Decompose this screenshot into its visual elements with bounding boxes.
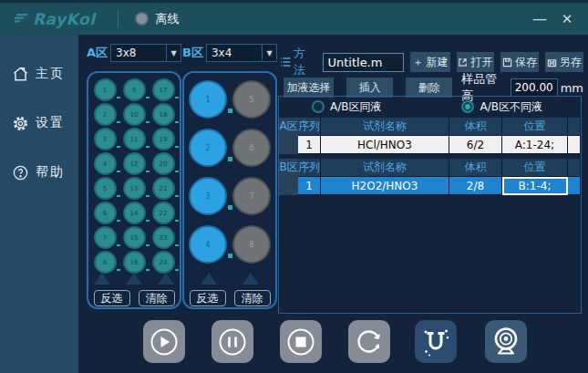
table-cell[interactable]: 2/8 — [449, 177, 502, 195]
well-a-9[interactable]: 9 — [123, 78, 146, 101]
plate-b-clear-button[interactable]: 清除 — [234, 290, 271, 306]
well-number: 17 — [160, 87, 168, 94]
column-header: 试剂名称 — [321, 159, 449, 177]
well-a-8[interactable]: 8 — [94, 251, 117, 274]
well-number: 18 — [160, 111, 168, 119]
chevron-down-icon[interactable]: ▼ — [166, 45, 181, 61]
well-a-13[interactable]: 13 — [123, 177, 146, 200]
well-number: 14 — [130, 210, 139, 217]
well-a-2[interactable]: 2 — [94, 103, 117, 126]
radio-same-liquid[interactable]: A/B区同液 — [312, 99, 381, 115]
sidebar-item-help[interactable]: 帮助 — [0, 159, 78, 186]
tube-height-input[interactable]: 200.00 — [511, 78, 557, 97]
column-header-filler — [568, 159, 581, 177]
table-row[interactable]: 1HCl/HNO36/2A:1-24; — [298, 136, 581, 154]
table-row[interactable]: 1H2O2/HNO32/8B:1-4; — [298, 177, 581, 195]
well-a-5[interactable]: 5 — [94, 177, 117, 200]
well-a-20[interactable]: 20 — [152, 152, 175, 175]
start-button[interactable] — [143, 320, 185, 363]
well-number: 20 — [160, 161, 168, 168]
insert-button[interactable]: 插入 — [346, 78, 393, 98]
chevron-down-icon[interactable]: ▼ — [262, 45, 276, 61]
pause-button[interactable] — [211, 320, 253, 363]
plate-a-box: 123456789101112131415161718192021222324 … — [87, 71, 181, 309]
well-a-21[interactable]: 21 — [152, 177, 175, 200]
well-b-3[interactable]: 3 — [189, 177, 227, 215]
table-cell[interactable]: 1 — [298, 177, 321, 195]
radio-icon[interactable] — [461, 100, 474, 113]
plate-a-wells: 123456789101112131415161718192021222324 — [88, 78, 180, 274]
reagent-table-b: 序列试剂名称体积位置1H2O2/HNO32/8B:1-4; — [298, 159, 581, 195]
camera-button[interactable] — [485, 320, 527, 363]
save-as-method-button[interactable]: 另存 — [545, 52, 583, 72]
plate-a-size-select[interactable]: 3x8 ▼ — [110, 44, 181, 62]
table-cell[interactable]: H2O2/HNO3 — [321, 177, 449, 195]
plate-a-invert-button[interactable]: 反选 — [94, 290, 130, 306]
minimize-button[interactable]: — — [526, 10, 553, 27]
well-a-16[interactable]: 16 — [123, 251, 146, 274]
well-a-6[interactable]: 6 — [94, 202, 117, 224]
plate-a-column-markers — [88, 273, 180, 285]
well-number: 3 — [103, 136, 107, 143]
add-liquid-button[interactable]: 加液选择 — [284, 78, 334, 98]
well-a-14[interactable]: 14 — [123, 202, 146, 224]
open-method-button[interactable]: 打开 — [457, 52, 494, 72]
save-icon — [502, 57, 512, 67]
well-a-22[interactable]: 22 — [152, 202, 175, 224]
table-cell[interactable]: 1 — [298, 136, 321, 154]
well-a-4[interactable]: 4 — [94, 152, 117, 175]
column-marker-icon[interactable] — [126, 273, 142, 285]
column-header: 体积 — [449, 118, 502, 136]
table-cell[interactable]: A:1-24; — [502, 136, 568, 154]
table-cell[interactable]: HCl/HNO3 — [321, 136, 449, 154]
new-method-button[interactable]: ＋ 新建 — [410, 52, 449, 72]
plate-b-invert-button[interactable]: 反选 — [190, 290, 226, 306]
well-number: 19 — [160, 136, 168, 143]
well-b-7[interactable]: 7 — [232, 177, 271, 215]
stop-button[interactable] — [280, 320, 322, 363]
well-a-18[interactable]: 18 — [152, 103, 175, 126]
close-button[interactable]: ✕ — [553, 11, 581, 27]
well-a-10[interactable]: 10 — [123, 103, 146, 126]
column-marker-icon[interactable] — [94, 273, 110, 285]
reset-button[interactable] — [348, 320, 390, 363]
plate-b-size-select[interactable]: 3x4 ▼ — [206, 44, 277, 62]
well-number: 10 — [130, 111, 139, 119]
well-b-4[interactable]: 4 — [189, 225, 227, 264]
well-b-6[interactable]: 6 — [232, 129, 271, 167]
well-a-11[interactable]: 11 — [123, 128, 146, 150]
well-a-23[interactable]: 23 — [152, 226, 175, 249]
radio-different-liquid[interactable]: A/B区不同液 — [461, 99, 542, 115]
well-a-1[interactable]: 1 — [94, 78, 117, 101]
radio-icon[interactable] — [312, 100, 325, 113]
well-b-2[interactable]: 2 — [189, 129, 227, 167]
well-number: 4 — [103, 161, 107, 168]
well-a-17[interactable]: 17 — [152, 78, 175, 101]
well-b-1[interactable]: 1 — [189, 80, 227, 119]
sidebar-item-home[interactable]: 主页 — [0, 60, 78, 88]
well-a-3[interactable]: 3 — [94, 128, 117, 150]
well-a-12[interactable]: 12 — [123, 152, 146, 175]
delete-button[interactable]: 删除 — [406, 78, 452, 98]
reset-icon — [354, 326, 385, 357]
well-a-7[interactable]: 7 — [94, 226, 117, 249]
rinse-tube-button[interactable] — [415, 320, 457, 363]
well-a-24[interactable]: 24 — [152, 251, 175, 274]
table-cell[interactable]: B:1-4; — [502, 177, 568, 195]
column-marker-icon[interactable] — [158, 273, 174, 285]
column-marker-icon[interactable] — [201, 273, 217, 285]
home-icon — [12, 66, 29, 83]
well-a-19[interactable]: 19 — [152, 128, 175, 150]
column-marker-icon[interactable] — [242, 273, 259, 285]
well-b-5[interactable]: 5 — [232, 80, 271, 119]
method-filename-input[interactable]: Untitle.m — [323, 53, 404, 72]
table-cell[interactable]: 6/2 — [449, 136, 502, 154]
column-header-filler — [568, 118, 581, 136]
plate-a-clear-button[interactable]: 清除 — [139, 290, 175, 306]
well-a-15[interactable]: 15 — [123, 226, 146, 249]
open-button-label: 打开 — [470, 55, 492, 70]
well-b-8[interactable]: 8 — [232, 225, 271, 264]
save-method-button[interactable]: 保存 — [500, 52, 538, 72]
sidebar-item-settings[interactable]: 设置 — [0, 109, 78, 137]
tube-height-unit: mm — [561, 81, 583, 95]
